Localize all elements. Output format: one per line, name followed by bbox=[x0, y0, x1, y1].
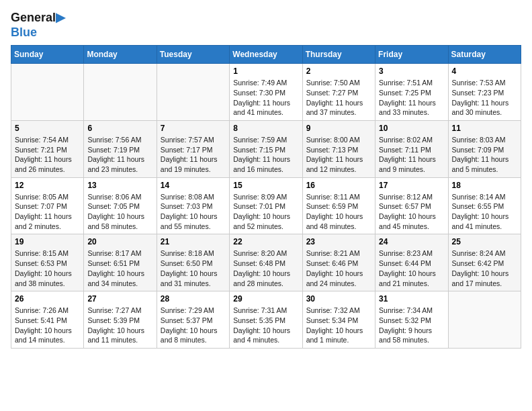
day-info: Sunrise: 8:18 AMSunset: 6:50 PMDaylight:… bbox=[161, 248, 226, 288]
day-number: 3 bbox=[379, 66, 444, 76]
day-number: 5 bbox=[15, 124, 80, 133]
calendar-cell: 3Sunrise: 7:51 AMSunset: 7:25 PMDaylight… bbox=[375, 64, 448, 121]
calendar-cell: 25Sunrise: 8:24 AMSunset: 6:42 PMDayligh… bbox=[448, 234, 521, 291]
day-info: Sunrise: 8:05 AMSunset: 7:07 PMDaylight:… bbox=[15, 192, 80, 232]
day-info: Sunrise: 8:15 AMSunset: 6:53 PMDaylight:… bbox=[15, 248, 80, 288]
day-number: 16 bbox=[306, 181, 371, 190]
logo: General▶ Blue bbox=[11, 11, 65, 40]
calendar-cell: 31Sunrise: 7:34 AMSunset: 5:32 PMDayligh… bbox=[375, 291, 448, 349]
day-info: Sunrise: 7:54 AMSunset: 7:21 PMDaylight:… bbox=[15, 135, 80, 175]
day-number: 7 bbox=[161, 124, 226, 133]
day-info: Sunrise: 8:12 AMSunset: 6:57 PMDaylight:… bbox=[379, 192, 444, 232]
calendar-cell: 21Sunrise: 8:18 AMSunset: 6:50 PMDayligh… bbox=[157, 234, 229, 291]
day-header-wednesday: Wednesday bbox=[230, 46, 302, 64]
day-number: 1 bbox=[233, 66, 298, 76]
calendar-week-2: 5Sunrise: 7:54 AMSunset: 7:21 PMDaylight… bbox=[11, 120, 521, 177]
calendar-cell: 4Sunrise: 7:53 AMSunset: 7:23 PMDaylight… bbox=[448, 64, 521, 121]
calendar-cell: 27Sunrise: 7:27 AMSunset: 5:39 PMDayligh… bbox=[84, 291, 157, 349]
calendar-week-5: 26Sunrise: 7:26 AMSunset: 5:41 PMDayligh… bbox=[11, 291, 521, 349]
day-number: 9 bbox=[306, 124, 371, 133]
day-info: Sunrise: 7:49 AMSunset: 7:30 PMDaylight:… bbox=[233, 78, 298, 118]
calendar-week-1: 1Sunrise: 7:49 AMSunset: 7:30 PMDaylight… bbox=[11, 64, 521, 121]
day-info: Sunrise: 8:11 AMSunset: 6:59 PMDaylight:… bbox=[306, 192, 371, 232]
day-number: 21 bbox=[161, 237, 226, 246]
day-info: Sunrise: 8:03 AMSunset: 7:09 PMDaylight:… bbox=[452, 135, 517, 175]
day-info: Sunrise: 8:23 AMSunset: 6:44 PMDaylight:… bbox=[379, 248, 444, 288]
calendar-cell: 10Sunrise: 8:02 AMSunset: 7:11 PMDayligh… bbox=[375, 120, 448, 177]
day-info: Sunrise: 8:20 AMSunset: 6:48 PMDaylight:… bbox=[233, 248, 298, 288]
day-number: 22 bbox=[233, 237, 298, 246]
day-number: 14 bbox=[161, 181, 226, 190]
calendar-cell: 23Sunrise: 8:21 AMSunset: 6:46 PMDayligh… bbox=[302, 234, 375, 291]
day-info: Sunrise: 7:26 AMSunset: 5:41 PMDaylight:… bbox=[15, 306, 80, 345]
day-number: 24 bbox=[379, 237, 444, 246]
calendar-cell: 19Sunrise: 8:15 AMSunset: 6:53 PMDayligh… bbox=[11, 234, 84, 291]
day-number: 17 bbox=[379, 181, 444, 190]
calendar-week-4: 19Sunrise: 8:15 AMSunset: 6:53 PMDayligh… bbox=[11, 234, 521, 291]
day-number: 11 bbox=[452, 124, 517, 133]
day-info: Sunrise: 8:17 AMSunset: 6:51 PMDaylight:… bbox=[87, 248, 152, 288]
calendar-cell: 24Sunrise: 8:23 AMSunset: 6:44 PMDayligh… bbox=[375, 234, 448, 291]
calendar-cell: 2Sunrise: 7:50 AMSunset: 7:27 PMDaylight… bbox=[302, 64, 375, 121]
calendar-cell: 22Sunrise: 8:20 AMSunset: 6:48 PMDayligh… bbox=[230, 234, 302, 291]
day-header-tuesday: Tuesday bbox=[157, 46, 229, 64]
logo-text-block: General▶ Blue bbox=[11, 11, 65, 40]
calendar-cell: 18Sunrise: 8:14 AMSunset: 6:55 PMDayligh… bbox=[448, 177, 521, 234]
day-number: 31 bbox=[379, 294, 444, 304]
calendar-cell: 30Sunrise: 7:32 AMSunset: 5:34 PMDayligh… bbox=[302, 291, 375, 349]
day-info: Sunrise: 8:00 AMSunset: 7:13 PMDaylight:… bbox=[306, 135, 371, 175]
day-info: Sunrise: 7:53 AMSunset: 7:23 PMDaylight:… bbox=[452, 78, 517, 118]
calendar-cell bbox=[157, 64, 229, 121]
calendar-cell: 5Sunrise: 7:54 AMSunset: 7:21 PMDaylight… bbox=[11, 120, 84, 177]
day-info: Sunrise: 7:50 AMSunset: 7:27 PMDaylight:… bbox=[306, 78, 371, 118]
day-info: Sunrise: 7:27 AMSunset: 5:39 PMDaylight:… bbox=[87, 306, 152, 345]
day-info: Sunrise: 7:29 AMSunset: 5:37 PMDaylight:… bbox=[161, 306, 226, 345]
day-info: Sunrise: 7:32 AMSunset: 5:34 PMDaylight:… bbox=[306, 306, 371, 345]
calendar-cell: 14Sunrise: 8:08 AMSunset: 7:03 PMDayligh… bbox=[157, 177, 229, 234]
day-number: 4 bbox=[452, 66, 517, 76]
day-info: Sunrise: 8:14 AMSunset: 6:55 PMDaylight:… bbox=[452, 192, 517, 232]
day-number: 28 bbox=[161, 294, 226, 304]
calendar-cell: 12Sunrise: 8:05 AMSunset: 7:07 PMDayligh… bbox=[11, 177, 84, 234]
day-number: 15 bbox=[233, 181, 298, 190]
calendar-week-3: 12Sunrise: 8:05 AMSunset: 7:07 PMDayligh… bbox=[11, 177, 521, 234]
calendar-cell: 15Sunrise: 8:09 AMSunset: 7:01 PMDayligh… bbox=[230, 177, 302, 234]
calendar-cell: 6Sunrise: 7:56 AMSunset: 7:19 PMDaylight… bbox=[84, 120, 157, 177]
calendar-cell bbox=[84, 64, 157, 121]
day-info: Sunrise: 7:34 AMSunset: 5:32 PMDaylight:… bbox=[379, 306, 444, 345]
logo-line1: General▶ bbox=[11, 11, 65, 26]
day-info: Sunrise: 8:21 AMSunset: 6:46 PMDaylight:… bbox=[306, 248, 371, 288]
calendar-cell: 1Sunrise: 7:49 AMSunset: 7:30 PMDaylight… bbox=[230, 64, 302, 121]
day-header-sunday: Sunday bbox=[11, 46, 84, 64]
logo-line2: Blue bbox=[11, 26, 37, 40]
calendar-header-row: SundayMondayTuesdayWednesdayThursdayFrid… bbox=[11, 46, 521, 64]
day-header-saturday: Saturday bbox=[448, 46, 521, 64]
day-info: Sunrise: 8:09 AMSunset: 7:01 PMDaylight:… bbox=[233, 192, 298, 232]
calendar-cell: 28Sunrise: 7:29 AMSunset: 5:37 PMDayligh… bbox=[157, 291, 229, 349]
day-info: Sunrise: 8:08 AMSunset: 7:03 PMDaylight:… bbox=[161, 192, 226, 232]
calendar-cell: 16Sunrise: 8:11 AMSunset: 6:59 PMDayligh… bbox=[302, 177, 375, 234]
calendar-cell bbox=[448, 291, 521, 349]
calendar-cell: 26Sunrise: 7:26 AMSunset: 5:41 PMDayligh… bbox=[11, 291, 84, 349]
day-number: 19 bbox=[15, 237, 80, 246]
day-number: 10 bbox=[379, 124, 444, 133]
calendar-cell: 7Sunrise: 7:57 AMSunset: 7:17 PMDaylight… bbox=[157, 120, 229, 177]
day-header-monday: Monday bbox=[84, 46, 157, 64]
day-number: 8 bbox=[233, 124, 298, 133]
calendar-cell bbox=[11, 64, 84, 121]
calendar-cell: 17Sunrise: 8:12 AMSunset: 6:57 PMDayligh… bbox=[375, 177, 448, 234]
calendar-cell: 13Sunrise: 8:06 AMSunset: 7:05 PMDayligh… bbox=[84, 177, 157, 234]
day-info: Sunrise: 8:24 AMSunset: 6:42 PMDaylight:… bbox=[452, 248, 517, 288]
day-header-friday: Friday bbox=[375, 46, 448, 64]
day-number: 6 bbox=[87, 124, 152, 133]
day-info: Sunrise: 8:02 AMSunset: 7:11 PMDaylight:… bbox=[379, 135, 444, 175]
day-info: Sunrise: 7:59 AMSunset: 7:15 PMDaylight:… bbox=[233, 135, 298, 175]
day-number: 12 bbox=[15, 181, 80, 190]
day-number: 2 bbox=[306, 66, 371, 76]
day-number: 26 bbox=[15, 294, 80, 304]
calendar-cell: 9Sunrise: 8:00 AMSunset: 7:13 PMDaylight… bbox=[302, 120, 375, 177]
calendar-cell: 20Sunrise: 8:17 AMSunset: 6:51 PMDayligh… bbox=[84, 234, 157, 291]
day-info: Sunrise: 7:31 AMSunset: 5:35 PMDaylight:… bbox=[233, 306, 298, 345]
day-number: 25 bbox=[452, 237, 517, 246]
calendar-table: SundayMondayTuesdayWednesdayThursdayFrid… bbox=[11, 45, 521, 349]
